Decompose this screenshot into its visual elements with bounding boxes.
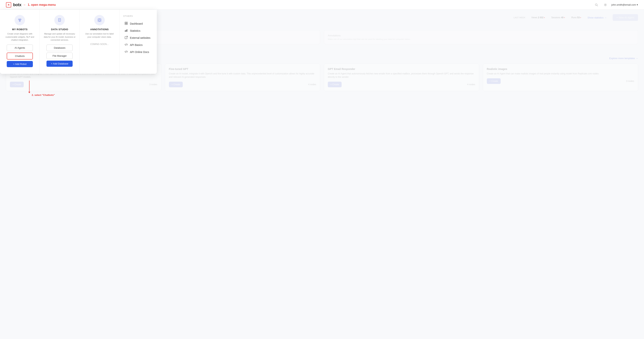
- mega-menu: MY ROBOTS Create smart diagrams with cus…: [0, 10, 157, 74]
- file-manager-button[interactable]: File Manager: [46, 52, 72, 59]
- my-robots-desc: Create smart diagrams with customizable …: [4, 32, 36, 41]
- main-content: LAST WEEK Views 2 032▼ Sessions 49▼ Runs…: [0, 10, 644, 339]
- ai-agents-button[interactable]: AI Agents: [7, 44, 33, 51]
- annotation-arrow: ←: [23, 3, 26, 6]
- header-right: john.smith@email.com ▾: [594, 2, 638, 8]
- menu-col-others: OTHERS Dashboard: [120, 10, 157, 74]
- data-studio-title: DATA STUDIO: [51, 28, 68, 31]
- header: ✕ botx ← 1. open mega-menu john.smith@em…: [0, 0, 644, 10]
- others-label: OTHERS: [123, 15, 153, 17]
- others-item-external-websites[interactable]: External websites: [123, 34, 153, 41]
- user-email[interactable]: john.smith@email.com ▾: [611, 3, 638, 6]
- api-basics-icon: [124, 43, 128, 47]
- data-studio-icon: [54, 15, 65, 25]
- menu-annotation: ← 1. open mega-menu: [23, 3, 56, 6]
- dashboard-label: Dashboard: [130, 22, 143, 25]
- menu-col-annotations: ANNOTATIONS Use our annotation tool to l…: [80, 10, 120, 74]
- menu-col-my-robots: MY ROBOTS Create smart diagrams with cus…: [0, 10, 40, 74]
- annotation-2-text: 2. select "Chatbots": [32, 94, 55, 96]
- coming-soon-label: COMING SOON...: [90, 43, 109, 45]
- annotation-text: 1. open mega-menu: [28, 3, 56, 6]
- svg-point-13: [99, 19, 100, 21]
- annotation-2: 2. select "Chatbots": [28, 80, 55, 96]
- svg-line-1: [597, 5, 598, 6]
- others-item-api-basics[interactable]: API Basics: [123, 41, 153, 48]
- mega-menu-overlay: MY ROBOTS Create smart diagrams with cus…: [0, 10, 644, 339]
- svg-point-2: [605, 4, 606, 5]
- svg-rect-18: [125, 22, 126, 23]
- svg-point-3: [18, 19, 20, 20]
- svg-line-27: [126, 36, 128, 37]
- svg-rect-21: [126, 23, 128, 25]
- svg-point-4: [20, 19, 21, 20]
- header-left: ✕ botx ← 1. open mega-menu: [6, 2, 56, 7]
- statistics-icon: [124, 29, 128, 33]
- annotations-desc: Use our annotation tool to label your co…: [84, 32, 116, 38]
- svg-rect-22: [125, 30, 126, 32]
- svg-line-28: [126, 44, 126, 45]
- api-basics-label: API Basics: [130, 43, 142, 46]
- others-item-dashboard[interactable]: Dashboard: [123, 20, 153, 27]
- add-robot-button[interactable]: + Add Robot: [7, 61, 33, 67]
- data-studio-desc: Manage and update all necessary data for…: [44, 32, 76, 41]
- dashboard-icon: [124, 22, 128, 25]
- menu-col-data-studio: DATA STUDIO Manage and update all necess…: [40, 10, 80, 74]
- statistics-label: Statistics: [130, 29, 140, 32]
- others-item-statistics[interactable]: Statistics: [123, 27, 153, 34]
- close-button[interactable]: ✕: [6, 2, 11, 7]
- svg-line-29: [126, 51, 126, 52]
- settings-button[interactable]: [602, 2, 608, 8]
- logo: botx: [13, 2, 21, 7]
- external-websites-icon: [124, 36, 128, 40]
- search-button[interactable]: [594, 2, 600, 8]
- svg-rect-23: [126, 30, 126, 32]
- svg-rect-20: [125, 23, 126, 25]
- my-robots-title: MY ROBOTS: [12, 28, 28, 31]
- svg-line-6: [19, 20, 20, 20]
- external-websites-label: External websites: [130, 36, 150, 39]
- annotations-icon: [94, 15, 105, 25]
- svg-rect-24: [127, 29, 127, 32]
- api-online-docs-icon: [124, 50, 128, 54]
- api-online-docs-label: API Online Docs: [130, 50, 149, 53]
- others-item-api-online-docs[interactable]: API Online Docs: [123, 48, 153, 55]
- svg-point-5: [19, 20, 20, 22]
- add-database-button[interactable]: + Add Database: [46, 61, 72, 67]
- my-robots-icon: [14, 15, 25, 25]
- chatbots-button[interactable]: Chatbots: [7, 52, 33, 59]
- annotations-title: ANNOTATIONS: [90, 28, 109, 31]
- svg-rect-19: [126, 22, 128, 23]
- databases-button[interactable]: Databases: [46, 44, 72, 51]
- svg-line-7: [20, 20, 20, 20]
